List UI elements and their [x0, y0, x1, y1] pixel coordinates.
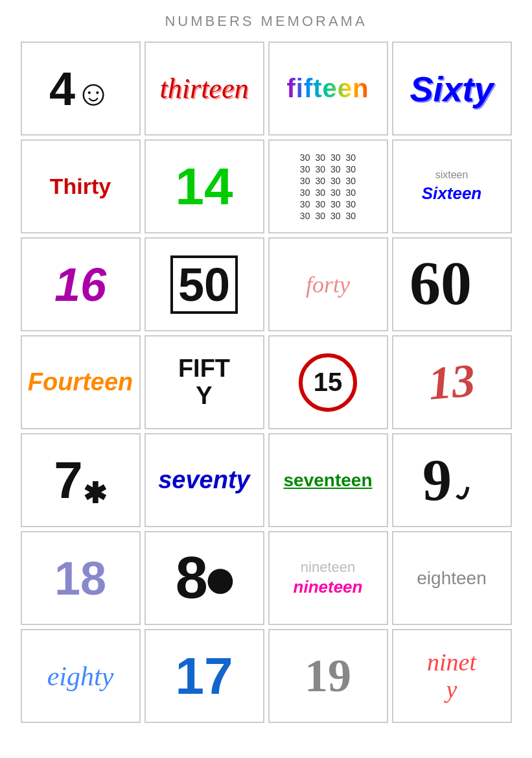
word-sixteen-large: Sixteen	[422, 184, 482, 204]
cell-17-num: 17	[145, 629, 264, 723]
cell-50-box: 50	[145, 237, 264, 331]
number-80: 8●	[176, 545, 233, 611]
ninety-svg: 9	[419, 438, 484, 510]
cell-fifteen: fifteen	[268, 41, 388, 136]
word-seventeen: seventeen	[284, 470, 373, 491]
word-nineteen-large: nineteen	[294, 577, 363, 597]
sixty-svg: 60	[406, 243, 497, 314]
word-fifteen: fifteen	[287, 74, 369, 103]
word-forty: forty	[306, 271, 350, 298]
cell-ninety-text: ninety	[392, 629, 512, 723]
number-19: 19	[305, 649, 351, 703]
number-16: 16	[54, 258, 106, 311]
cell-19-num: 19	[268, 629, 388, 723]
cell-sixty: Sixty	[392, 41, 512, 136]
cell-forty-script: forty	[268, 237, 388, 331]
number-50: 50	[170, 255, 238, 314]
nineteen-words: nineteen nineteen	[294, 559, 363, 597]
cell-fourteen: Fourteen	[21, 335, 141, 429]
word-thirty: Thirty	[50, 174, 111, 199]
cell-nineteen-box: nineteen nineteen	[268, 531, 388, 625]
word-sixteen-small: sixteen	[435, 169, 468, 181]
cell-seventeen: seventeen	[268, 433, 388, 527]
cell-70-art: 7✱	[21, 433, 141, 527]
svg-text:9: 9	[422, 448, 452, 510]
word-eighty: eighty	[47, 661, 114, 692]
cell-60-bold: 60	[392, 237, 512, 331]
svg-text:60: 60	[410, 248, 472, 314]
cell-fifty: FIFTY	[145, 335, 264, 429]
word-fifty: FIFTY	[178, 355, 230, 410]
memorama-grid: 4☺ thirteen fifteen Sixty Thirty 14 3030…	[21, 41, 512, 723]
number-70: 7✱	[54, 451, 107, 510]
cell-40-face: 4☺	[21, 41, 141, 136]
number-60: 60	[406, 243, 497, 326]
word-ninety: ninety	[427, 649, 476, 704]
page-title: NUMBERS MEMORAMA	[165, 13, 367, 30]
cell-sixteen-box: sixteen Sixteen	[392, 139, 512, 233]
cell-15-sign: 15	[268, 335, 388, 429]
cell-seventy: seventy	[145, 433, 264, 527]
cell-14: 14	[145, 139, 264, 233]
number-18: 18	[54, 552, 106, 605]
cell-13-art: 13	[392, 335, 512, 429]
number-13: 13	[426, 353, 478, 411]
number-15-circle: 15	[299, 353, 357, 412]
cell-thirty-text: Thirty	[21, 139, 141, 233]
word-nineteen-small: nineteen	[301, 559, 355, 576]
word-seventy: seventy	[158, 466, 250, 494]
number-90: 9	[419, 438, 484, 522]
cell-80-art: 8●	[145, 531, 264, 625]
word-eighteen: eighteen	[417, 568, 486, 589]
word-sixty: Sixty	[410, 69, 493, 109]
sixteen-words: sixteen Sixteen	[422, 169, 482, 204]
number-17: 17	[176, 646, 233, 706]
thirty-grid: 30303030 30303030 30303030 30303030 3030…	[294, 146, 362, 228]
cell-eighty: eighty	[21, 629, 141, 723]
number-40: 4☺	[49, 62, 111, 115]
cell-16-purple: 16	[21, 237, 141, 331]
number-14: 14	[176, 157, 233, 217]
word-thirteen: thirteen	[160, 72, 249, 105]
word-fourteen: Fourteen	[28, 368, 133, 396]
cell-90-art: 9	[392, 433, 512, 527]
cell-eighteen: eighteen	[392, 531, 512, 625]
cell-30-grid: 30303030 30303030 30303030 30303030 3030…	[268, 139, 388, 233]
cell-thirteen: thirteen	[145, 41, 264, 136]
cell-18-num: 18	[21, 531, 141, 625]
